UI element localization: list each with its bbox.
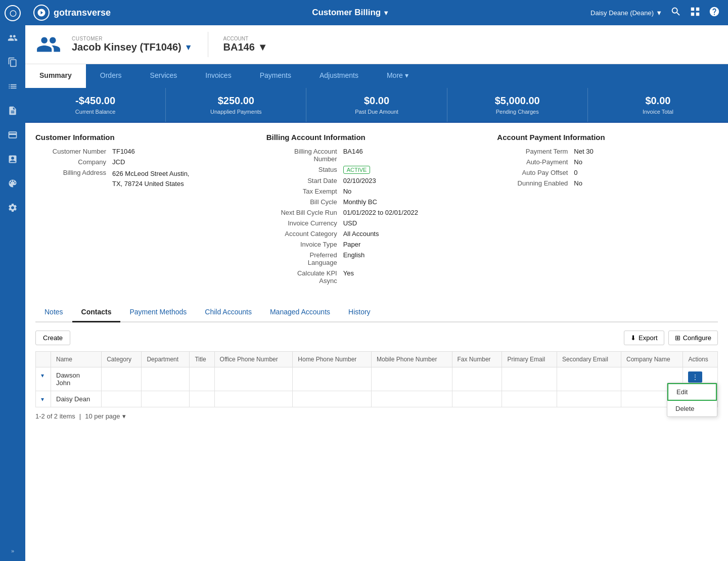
customer-name-text: Jacob Kinsey (TF1046) xyxy=(72,41,181,53)
info-row-calculate-kpi: Calculate KPIAsync Yes xyxy=(266,269,487,285)
row-expander-1[interactable]: ▾ xyxy=(36,367,51,391)
customer-dropdown-arrow[interactable]: ▼ xyxy=(185,43,193,52)
info-label-customer-number: Customer Number xyxy=(35,148,106,155)
col-office-phone: Office Phone Number xyxy=(214,352,293,367)
info-row-dunning-enabled: Dunning Enabled No xyxy=(497,179,718,187)
info-label-status: Status xyxy=(266,166,337,174)
info-row-tax-exempt: Tax Exempt No xyxy=(266,188,487,195)
summary-card-balance: -$450.00 Current Balance xyxy=(25,88,166,122)
header-title[interactable]: Customer Billing▼ xyxy=(111,8,590,18)
tab-summary[interactable]: Summary xyxy=(25,64,86,88)
configure-button[interactable]: ⊞ Configure xyxy=(668,331,718,345)
info-label-payment-term: Payment Term xyxy=(497,148,568,155)
logo-text: gotransverse xyxy=(54,8,111,18)
past-due-value: $0.00 xyxy=(316,95,436,107)
info-label-account-category: Account Category xyxy=(266,230,337,238)
info-label-start-date: Start Date xyxy=(266,177,337,184)
current-balance-label: Current Balance xyxy=(35,109,155,115)
header-separator xyxy=(208,32,208,57)
table-row: ▾ DawsonJohn ⋮ xyxy=(36,367,718,391)
payment-info-section: Account Payment Information Payment Term… xyxy=(497,133,718,288)
actions-button-1[interactable]: ⋮ xyxy=(688,371,702,383)
user-menu[interactable]: Daisy Deane (Deane) ▼ xyxy=(590,9,662,17)
bottom-tab-child-accounts[interactable]: Child Accounts xyxy=(196,303,261,322)
info-label-invoice-type: Invoice Type xyxy=(266,241,337,248)
pending-charges-value: $5,000.00 xyxy=(458,95,577,107)
info-value-auto-pay-offset: 0 xyxy=(574,169,577,176)
billing-info-title: Billing Account Information xyxy=(266,133,487,142)
col-title: Title xyxy=(190,352,214,367)
document-icon[interactable] xyxy=(5,103,20,118)
main-area: gotransverse Customer Billing▼ Daisy Dea… xyxy=(25,0,728,561)
calculator-icon[interactable] xyxy=(5,152,20,167)
create-button[interactable]: Create xyxy=(35,331,70,345)
card-icon[interactable] xyxy=(5,127,20,143)
list-icon[interactable] xyxy=(5,79,20,94)
account-number-text: BA146 xyxy=(223,41,255,53)
people-icon[interactable] xyxy=(5,30,20,45)
summary-card-invoice-total: $0.00 Invoice Total xyxy=(588,88,728,122)
export-label: Export xyxy=(639,334,658,342)
bottom-tab-managed-accounts[interactable]: Managed Accounts xyxy=(261,303,339,322)
info-value-dunning-enabled: No xyxy=(574,179,582,187)
info-value-invoice-type: Paper xyxy=(343,241,361,248)
row-category-2 xyxy=(102,391,142,407)
info-value-billing-address: 626 McLeod Street Austin,TX, 78724 Unite… xyxy=(112,169,189,189)
row-secondary-email-1 xyxy=(557,367,621,391)
export-button[interactable]: ⬇ Export xyxy=(624,331,664,345)
row-home-phone-2 xyxy=(293,391,372,407)
info-value-customer-number: TF1046 xyxy=(112,148,135,155)
col-secondary-email: Secondary Email xyxy=(557,352,621,367)
customer-info-section: Customer Information Customer Number TF1… xyxy=(35,133,256,288)
content-area: CUSTOMER Jacob Kinsey (TF1046) ▼ ACCOUNT… xyxy=(25,25,728,561)
bottom-tab-payment-methods[interactable]: Payment Methods xyxy=(120,303,196,322)
unapplied-payments-label: Unapplied Payments xyxy=(176,109,296,115)
tab-adjustments[interactable]: Adjustments xyxy=(305,64,373,88)
gear-icon[interactable] xyxy=(5,200,20,215)
pagination: 1-2 of 2 items | 10 per page ▾ xyxy=(35,412,718,420)
col-category: Category xyxy=(102,352,142,367)
main-content: Customer Information Customer Number TF1… xyxy=(25,123,728,430)
tab-services[interactable]: Services xyxy=(136,64,192,88)
row-mobile-phone-2 xyxy=(372,391,452,407)
per-page-text: 10 per page xyxy=(85,412,120,420)
action-delete-1[interactable]: Delete xyxy=(667,401,717,416)
customer-avatar xyxy=(35,31,62,58)
bottom-tab-contacts[interactable]: Contacts xyxy=(72,303,121,322)
toolbar-right: ⬇ Export ⊞ Configure xyxy=(624,331,718,345)
tab-more[interactable]: More ▾ xyxy=(373,64,423,88)
info-row-invoice-currency: Invoice Currency USD xyxy=(266,219,487,227)
action-edit-1[interactable]: Edit xyxy=(667,383,717,401)
copy-icon[interactable] xyxy=(5,55,20,70)
sidebar-expand-button[interactable]: » xyxy=(9,546,16,556)
info-sections: Customer Information Customer Number TF1… xyxy=(35,133,718,288)
row-fax-1 xyxy=(452,367,502,391)
logo-icon[interactable]: ◯ xyxy=(5,5,21,21)
bottom-tab-notes[interactable]: Notes xyxy=(35,303,72,322)
info-value-invoice-currency: USD xyxy=(343,219,357,227)
row-department-1 xyxy=(142,367,190,391)
tab-orders[interactable]: Orders xyxy=(86,64,136,88)
info-row-invoice-type: Invoice Type Paper xyxy=(266,241,487,248)
account-dropdown-arrow[interactable]: ▼ xyxy=(258,41,268,53)
info-label-company: Company xyxy=(35,158,106,166)
row-name-1: DawsonJohn xyxy=(51,367,102,391)
info-label-billing-address: Billing Address xyxy=(35,169,106,189)
row-expander-2[interactable]: ▾ xyxy=(36,391,51,407)
header-right: Daisy Deane (Deane) ▼ xyxy=(590,6,720,20)
tab-payments[interactable]: Payments xyxy=(246,64,305,88)
chevron-down-icon: ▾ xyxy=(41,372,44,379)
bottom-tab-history[interactable]: History xyxy=(339,303,380,322)
palette-icon[interactable] xyxy=(5,176,20,191)
logo-area: gotransverse xyxy=(33,5,111,21)
summary-card-unapplied: $250.00 Unapplied Payments xyxy=(166,88,306,122)
info-row-account-category: Account Category All Accounts xyxy=(266,230,487,238)
search-icon[interactable] xyxy=(670,6,681,20)
invoice-total-label: Invoice Total xyxy=(598,109,718,115)
tab-invoices[interactable]: Invoices xyxy=(191,64,245,88)
info-label-calculate-kpi: Calculate KPIAsync xyxy=(266,269,337,285)
help-icon[interactable] xyxy=(709,6,720,20)
grid-icon[interactable] xyxy=(690,6,701,20)
per-page-selector[interactable]: 10 per page ▾ xyxy=(85,412,125,420)
table-header-row: Name Category Department Title Office Ph… xyxy=(36,352,718,367)
